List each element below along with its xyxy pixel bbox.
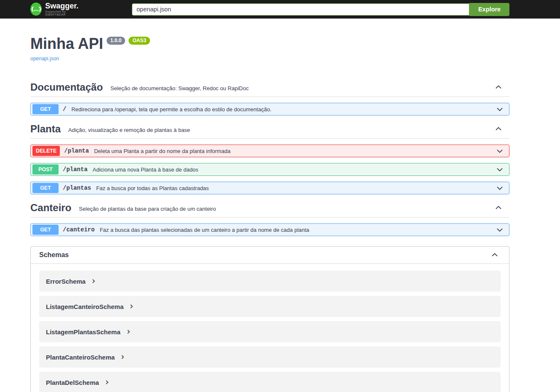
- endpoint-get-plantas[interactable]: GET /plantas Faz a busca por todas as Pl…: [30, 182, 509, 194]
- chevron-down-icon: [496, 226, 504, 234]
- chevron-up-icon: [494, 83, 503, 91]
- method-badge: DELETE: [32, 146, 60, 156]
- oas3-badge: OAS3: [129, 37, 150, 45]
- tag-description: Seleção de documentação: Swagger, Redoc …: [110, 85, 249, 91]
- endpoint-get-canteiro[interactable]: GET /canteiro Faz a busca das plantas se…: [30, 223, 509, 236]
- endpoint-post-planta[interactable]: POST /planta Adiciona uma nova Planta à …: [30, 163, 509, 176]
- schemas-title: Schemas: [39, 251, 69, 259]
- schemas-section: Schemas ErrorSchema ListagemCanteiroSche…: [30, 246, 509, 392]
- chevron-down-icon: [496, 165, 504, 174]
- schema-card-plantacanteiroschema[interactable]: PlantaCanteiroSchema: [39, 346, 501, 368]
- endpoint-delete-planta[interactable]: DELETE /planta Deleta uma Planta a parti…: [30, 145, 509, 157]
- chevron-up-icon: [494, 125, 503, 133]
- tag-title: Planta: [30, 123, 61, 135]
- tag-description: Seleção de plantas da base para criação …: [79, 206, 216, 212]
- spec-link[interactable]: openapi.json: [30, 56, 59, 62]
- chevron-right-icon: [105, 380, 109, 384]
- chevron-right-icon: [91, 279, 96, 283]
- schema-name: ListagemPlantasSchema: [46, 328, 121, 336]
- smartbear-tagline: Supported by SMARTBEAR: [45, 10, 82, 16]
- endpoint-path: /planta: [63, 166, 88, 173]
- tag-description: Adição, visualização e remoção de planta…: [68, 127, 190, 133]
- endpoint-summary: Faz a busca das plantas selecionadas de …: [100, 227, 309, 233]
- chevron-down-icon: [496, 147, 504, 155]
- schemas-header[interactable]: Schemas: [31, 247, 509, 264]
- endpoint-summary: Faz a busca por todas as Plantas cadastr…: [96, 185, 209, 191]
- chevron-up-icon: [494, 204, 503, 212]
- version-badge: 1.0.0: [107, 37, 126, 45]
- explore-button[interactable]: Explore: [469, 3, 509, 16]
- schema-card-plantadelschema[interactable]: PlantaDelSchema: [39, 372, 501, 392]
- chevron-right-icon: [129, 304, 134, 309]
- schema-name: ListagemCanteiroSchema: [46, 303, 123, 310]
- tag-header-documentacao[interactable]: Documentação Seleção de documentação: Sw…: [30, 80, 509, 97]
- chevron-up-icon: [490, 251, 499, 259]
- tag-title: Documentação: [30, 81, 103, 93]
- tag-section-canteiro: Canteiro Seleção de plantas da base para…: [30, 200, 509, 236]
- endpoint-path: /canteiro: [63, 226, 95, 233]
- swagger-logo-icon: {…}: [30, 3, 42, 16]
- endpoint-path: /plantas: [63, 185, 91, 191]
- schema-name: PlantaDelSchema: [46, 379, 99, 386]
- schema-name: PlantaCanteiroSchema: [46, 354, 115, 361]
- endpoint-summary: Deleta uma Planta a partir do nome da pl…: [94, 148, 230, 154]
- api-info: Minha API 1.0.0 OAS3 openapi.json: [30, 19, 509, 62]
- chevron-right-icon: [121, 355, 125, 359]
- topbar: {…} Swagger. Supported by SMARTBEAR Expl…: [0, 0, 560, 19]
- schema-card-listagemcanteiroschema[interactable]: ListagemCanteiroSchema: [39, 296, 501, 317]
- spec-url-input[interactable]: [132, 3, 469, 16]
- schema-card-errorschema[interactable]: ErrorSchema: [39, 271, 501, 292]
- endpoint-path: /planta: [64, 148, 89, 154]
- chevron-down-icon: [496, 184, 504, 192]
- swagger-logo[interactable]: {…} Swagger. Supported by SMARTBEAR: [30, 2, 82, 16]
- tag-title: Canteiro: [30, 202, 71, 214]
- api-title: Minha API: [30, 36, 103, 51]
- method-badge: GET: [32, 183, 59, 193]
- endpoint-path: /: [63, 106, 66, 113]
- schema-card-listagemplantasschema[interactable]: ListagemPlantasSchema: [39, 321, 501, 342]
- method-badge: POST: [32, 164, 59, 175]
- tag-header-planta[interactable]: Planta Adição, visualização e remoção de…: [30, 121, 509, 139]
- tag-header-canteiro[interactable]: Canteiro Seleção de plantas da base para…: [30, 200, 509, 217]
- endpoint-get-root[interactable]: GET / Redireciona para /openapi, tela qu…: [30, 103, 509, 115]
- endpoint-summary: Redireciona para /openapi, tela que perm…: [71, 106, 271, 113]
- schema-name: ErrorSchema: [46, 278, 86, 285]
- api-documentation: Minha API 1.0.0 OAS3 openapi.json Docume…: [30, 19, 509, 392]
- tag-section-planta: Planta Adição, visualização e remoção de…: [30, 121, 509, 194]
- method-badge: GET: [32, 104, 59, 114]
- spec-url-form: Explore: [132, 3, 509, 16]
- tag-section-documentacao: Documentação Seleção de documentação: Sw…: [30, 80, 509, 115]
- method-badge: GET: [32, 225, 59, 235]
- chevron-down-icon: [496, 105, 504, 113]
- page-title: Minha API 1.0.0 OAS3: [30, 36, 509, 51]
- chevron-right-icon: [126, 330, 131, 334]
- endpoint-summary: Adiciona uma nova Planta à base de dados: [93, 166, 198, 173]
- swagger-logo-text: Swagger.: [45, 2, 82, 10]
